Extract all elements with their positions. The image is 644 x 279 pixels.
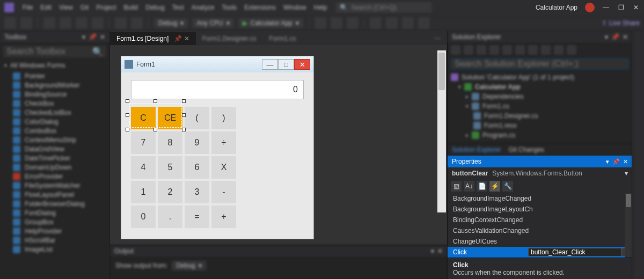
toolbox-item[interactable]: ErrorProvider xyxy=(13,173,104,180)
toolbox-item[interactable]: ColorDialog xyxy=(13,118,104,126)
calc-key-4[interactable]: 4 xyxy=(131,156,156,179)
calc-key-7[interactable]: 7 xyxy=(131,131,156,154)
collapsed-side-tabs[interactable] xyxy=(632,31,644,279)
pin-icon[interactable]: 📌 xyxy=(612,158,620,165)
chevron-down-icon[interactable]: ▾ xyxy=(605,33,608,41)
pin-icon[interactable]: ▾ xyxy=(82,33,85,41)
event-row[interactable]: BackgroundImageLayoutCh xyxy=(448,205,528,213)
tree-node[interactable]: Program.cs xyxy=(482,131,515,139)
menu-help[interactable]: Help xyxy=(314,4,327,11)
se-icon[interactable] xyxy=(528,45,538,55)
toolbox-item[interactable]: BindingSource xyxy=(13,91,104,98)
toolbox-item[interactable]: CheckBox xyxy=(13,100,104,107)
toolbar-icon[interactable] xyxy=(314,17,326,29)
solution-node[interactable]: Solution 'Calculator App' (1 of 1 projec… xyxy=(462,74,574,81)
tab-solution-explorer[interactable]: Solution Explorer xyxy=(452,146,501,153)
undo-button[interactable] xyxy=(115,17,127,29)
pin-icon[interactable]: 📌 xyxy=(611,33,619,41)
calc-key-1[interactable]: 1 xyxy=(131,181,156,203)
project-node[interactable]: Calculator App xyxy=(475,83,521,91)
minimize-button[interactable]: — xyxy=(602,4,610,11)
menu-git[interactable]: Git xyxy=(80,4,89,11)
calc-key-)[interactable]: ) xyxy=(211,107,236,129)
calc-key-=[interactable]: = xyxy=(185,205,209,228)
toolbox-item[interactable]: ImageList xyxy=(13,246,104,253)
redo-button[interactable] xyxy=(131,17,143,29)
toolbox-item[interactable]: FolderBrowserDialog xyxy=(13,200,104,208)
toolbox-item[interactable]: DomainUpDown xyxy=(13,164,104,171)
event-handler-input[interactable]: button_Clear_Click xyxy=(528,248,621,256)
calc-key-÷[interactable]: ÷ xyxy=(211,131,236,154)
se-wrench-icon[interactable] xyxy=(554,45,564,55)
toolbox-search-input[interactable]: Search Toolbox 🔍 xyxy=(3,46,106,57)
event-row[interactable]: BindingContextChanged xyxy=(448,216,528,224)
calc-key-5[interactable]: 5 xyxy=(158,156,182,179)
form-minimize-button[interactable]: — xyxy=(262,59,278,70)
alphabetical-icon[interactable]: A↓ xyxy=(464,181,474,192)
calc-key-2[interactable]: 2 xyxy=(158,181,182,203)
se-icon[interactable] xyxy=(489,45,499,55)
properties-icon[interactable]: 📄 xyxy=(477,181,487,192)
toolbar-icon[interactable] xyxy=(331,17,342,29)
pin-icon[interactable]: ▾ xyxy=(431,247,434,255)
menu-window[interactable]: Window xyxy=(283,4,306,11)
chevron-down-icon[interactable]: ▾ xyxy=(606,158,609,165)
solution-tree[interactable]: Solution 'Calculator App' (1 of 1 projec… xyxy=(448,71,632,143)
menu-build[interactable]: Build xyxy=(124,4,138,11)
se-icon[interactable] xyxy=(464,45,473,55)
menu-view[interactable]: View xyxy=(59,4,73,11)
properties-pages-icon[interactable]: 🔧 xyxy=(502,181,513,192)
form-designer-surface[interactable]: Form1 — □ ✕ 0 CCE()789÷456X123-0.=+ xyxy=(110,45,447,245)
event-row-click[interactable]: Click button_Clear_Click ▾ xyxy=(448,247,632,258)
new-button[interactable] xyxy=(43,17,55,29)
menu-tools[interactable]: Tools xyxy=(222,4,237,11)
close-icon[interactable]: ✕ xyxy=(623,33,628,41)
menu-edit[interactable]: Edit xyxy=(40,4,52,11)
form-close-button[interactable]: ✕ xyxy=(294,59,310,70)
categorized-icon[interactable]: ▧ xyxy=(451,181,462,192)
tab-form-design[interactable]: Form1.cs [Design] 📌✕ xyxy=(110,32,196,45)
tabs-overflow-icon[interactable]: ⋯ xyxy=(428,32,447,45)
menu-file[interactable]: File xyxy=(23,4,33,11)
calc-key-.[interactable]: . xyxy=(158,205,182,228)
tree-node[interactable]: Form1.resx xyxy=(484,122,517,129)
nav-back-button[interactable] xyxy=(4,17,16,29)
properties-scrollbar[interactable] xyxy=(625,193,632,258)
se-refresh-icon[interactable] xyxy=(502,45,512,55)
output-source-combo[interactable]: Debug ▾ xyxy=(172,261,206,270)
toolbox-item[interactable]: GroupBox xyxy=(13,218,104,226)
calc-key-9[interactable]: 9 xyxy=(185,131,209,154)
toolbox-item[interactable]: CheckedListBox xyxy=(13,109,104,116)
toolbar-icon[interactable] xyxy=(386,17,398,29)
expand-icon[interactable]: ▸ xyxy=(466,133,469,138)
se-icon[interactable] xyxy=(515,45,525,55)
tab-git-changes[interactable]: Git Changes xyxy=(508,146,544,153)
calc-key-([interactable]: ( xyxy=(185,107,209,129)
expand-icon[interactable]: ▾ xyxy=(466,104,469,109)
toolbox-item[interactable]: FlowLayoutPanel xyxy=(13,191,104,199)
toolbar-icon[interactable] xyxy=(370,17,382,29)
calc-key-8[interactable]: 8 xyxy=(158,131,182,154)
se-icon[interactable] xyxy=(567,45,576,55)
designer-selection[interactable] xyxy=(129,103,182,128)
tab-pin-icon[interactable]: 📌 xyxy=(174,35,182,42)
toolbox-item[interactable]: ContextMenuStrip xyxy=(13,136,104,144)
close-button[interactable]: ✕ xyxy=(632,4,640,11)
toolbar-icon[interactable] xyxy=(402,17,414,29)
pin-icon[interactable]: 📌 xyxy=(89,33,97,41)
menu-project[interactable]: Project xyxy=(96,4,116,11)
properties-object-selector[interactable]: buttonClear System.Windows.Forms.Button … xyxy=(448,167,632,179)
user-avatar-icon[interactable] xyxy=(585,3,595,12)
close-icon[interactable]: ✕ xyxy=(437,247,443,255)
toolbox-category[interactable]: ▾ All Windows Forms xyxy=(0,60,109,71)
menu-extensions[interactable]: Extensions xyxy=(244,4,276,11)
event-row[interactable]: CausesValidationChanged xyxy=(448,227,528,234)
close-icon[interactable]: ✕ xyxy=(100,33,105,41)
toolbox-item[interactable]: DateTimePicker xyxy=(13,155,104,162)
calc-key-3[interactable]: 3 xyxy=(185,181,209,203)
tab-form-cs[interactable]: Form1.cs xyxy=(262,32,302,45)
maximize-button[interactable]: ❐ xyxy=(617,4,625,11)
toolbar-icon[interactable] xyxy=(347,17,358,29)
se-icon[interactable] xyxy=(541,45,551,55)
event-row[interactable]: ChangeUICues xyxy=(448,238,528,245)
